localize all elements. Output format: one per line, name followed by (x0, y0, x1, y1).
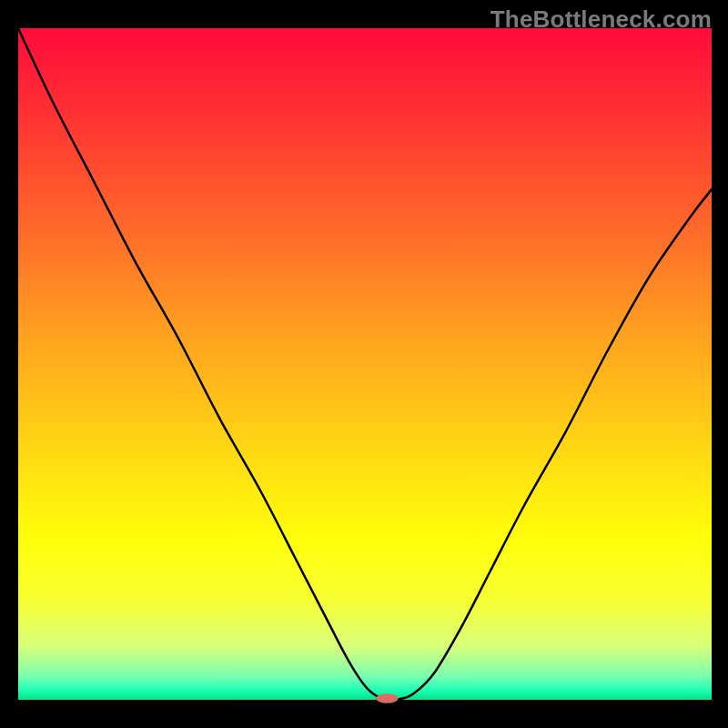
min-marker (376, 693, 398, 703)
curve-svg (18, 28, 712, 700)
plot-area (18, 28, 712, 700)
bottleneck-chart: TheBottleneck.com (0, 0, 728, 728)
bottleneck-curve (18, 28, 712, 700)
